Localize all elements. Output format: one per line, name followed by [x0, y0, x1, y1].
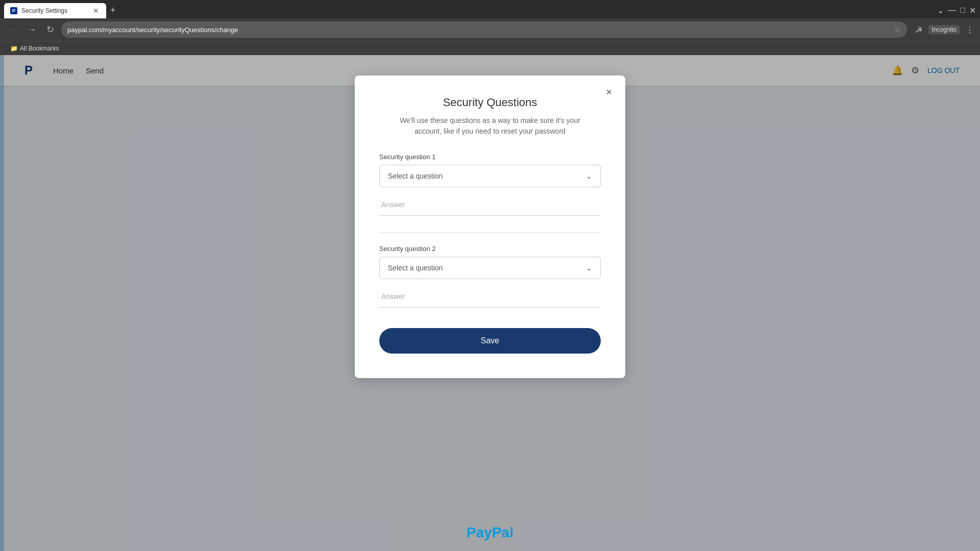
tab-favicon: P	[10, 7, 17, 14]
answer-2-input[interactable]	[379, 285, 601, 308]
tab-search-icon[interactable]: ⌄	[937, 6, 944, 15]
question-2-section: Security question 2 Select a question ⌄	[379, 245, 601, 308]
address-right-icons: ☆	[894, 26, 901, 34]
modal-overlay: × Security Questions We'll use these que…	[0, 55, 980, 551]
page-content: P Home Send 🔔 ⚙ LOG OUT × Security Quest…	[0, 55, 980, 551]
tab-bar: P Security Settings ✕ + ⌄ — □ ✕	[0, 0, 980, 18]
tab-title: Security Settings	[21, 7, 88, 14]
question-2-dropdown[interactable]: Select a question ⌄	[379, 257, 601, 279]
address-text: paypal.com/myaccount/security/securityQu…	[67, 26, 890, 34]
bookmarks-bar: 📁 All Bookmarks	[0, 41, 980, 55]
bookmark-star-icon[interactable]: ☆	[894, 26, 901, 34]
profile-badge[interactable]: Incognito	[928, 25, 960, 34]
question-2-selected-value: Select a question	[388, 264, 443, 272]
active-tab[interactable]: P Security Settings ✕	[4, 3, 106, 18]
bookmark-label: All Bookmarks	[20, 45, 59, 52]
modal-close-button[interactable]: ×	[601, 84, 617, 100]
back-button[interactable]: ←	[6, 22, 20, 37]
chevron-down-icon-2: ⌄	[586, 264, 592, 272]
close-window-icon[interactable]: ✕	[969, 6, 976, 15]
question-1-selected-value: Select a question	[388, 172, 443, 180]
tab-right-controls: ⌄ — □ ✕	[937, 6, 976, 15]
paypal-footer: PayPal	[0, 514, 980, 551]
modal-subtitle: We'll use these questions as a way to ma…	[379, 115, 601, 137]
security-questions-modal: × Security Questions We'll use these que…	[355, 76, 625, 378]
paypal-footer-logo: PayPal	[467, 524, 513, 541]
menu-icon[interactable]: ⋮	[966, 25, 974, 35]
address-bar[interactable]: paypal.com/myaccount/security/securityQu…	[61, 21, 907, 38]
question-1-label: Security question 1	[379, 153, 601, 161]
bookmark-folder-icon: 📁	[10, 45, 18, 52]
section-divider	[379, 232, 601, 233]
browser-chrome: P Security Settings ✕ + ⌄ — □ ✕ ← → ↻ pa…	[0, 0, 980, 55]
maximize-icon[interactable]: □	[960, 6, 965, 15]
answer-1-input[interactable]	[379, 193, 601, 216]
save-button[interactable]: Save	[379, 328, 601, 354]
bookmark-all-bookmarks[interactable]: 📁 All Bookmarks	[6, 44, 63, 53]
tab-close-button[interactable]: ✕	[92, 7, 100, 15]
question-1-dropdown[interactable]: Select a question ⌄	[379, 165, 601, 187]
minimize-icon[interactable]: —	[948, 6, 956, 15]
forward-button[interactable]: →	[24, 22, 39, 37]
address-bar-row: ← → ↻ paypal.com/myaccount/security/secu…	[0, 18, 980, 41]
reload-button[interactable]: ↻	[43, 22, 57, 37]
question-2-label: Security question 2	[379, 245, 601, 253]
browser-right-controls: ☭ Incognito ⋮	[911, 25, 974, 35]
extensions-icon[interactable]: ☭	[915, 25, 922, 35]
new-tab-button[interactable]: +	[106, 5, 120, 16]
chevron-down-icon: ⌄	[586, 172, 592, 180]
modal-title: Security Questions	[379, 96, 601, 109]
question-1-section: Security question 1 Select a question ⌄	[379, 153, 601, 216]
